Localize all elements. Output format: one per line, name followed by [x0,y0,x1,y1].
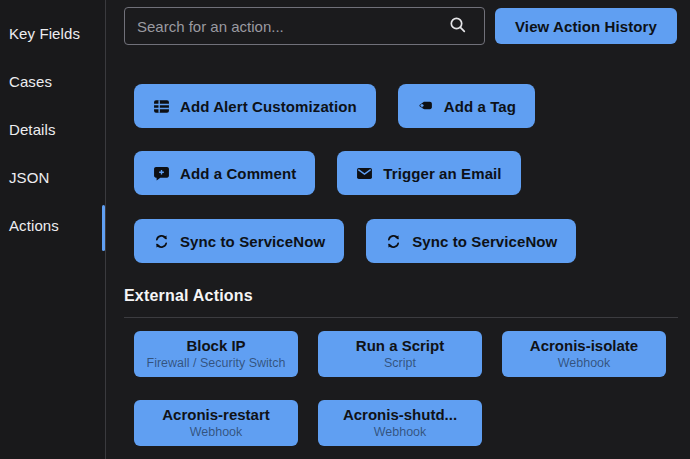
button-label: Sync to ServiceNow [180,233,325,250]
actions-panel: Key Fields Cases Details JSON Actions Vi… [0,0,690,459]
button-label: Add a Tag [444,98,516,115]
sync-icon [153,233,170,250]
card-title: Acronis-restart [162,405,270,425]
comment-plus-icon [153,165,170,182]
search-icon[interactable] [448,15,468,35]
external-action-card-row: Acronis-restart Webhook Acronis-shutd...… [134,400,482,446]
action-button-row: Sync to ServiceNow Sync to ServiceNow [134,219,576,263]
sidebar-item-json[interactable]: JSON [9,166,101,190]
button-label: Add Alert Customization [180,98,357,115]
action-button-row: Add a Comment Trigger an Email [134,151,521,195]
card-subtitle: Webhook [558,356,611,372]
external-action-acronis-isolate[interactable]: Acronis-isolate Webhook [502,331,666,377]
button-label: Sync to ServiceNow [412,233,557,250]
sync-to-servicenow-button[interactable]: Sync to ServiceNow [366,219,576,263]
button-label: Trigger an Email [383,165,501,182]
trigger-an-email-button[interactable]: Trigger an Email [337,151,520,195]
sidebar-item-actions[interactable]: Actions [9,214,101,238]
sidebar-item-cases[interactable]: Cases [9,70,101,94]
active-tab-indicator [102,205,105,251]
sidebar-item-label: Actions [9,217,59,234]
external-action-acronis-restart[interactable]: Acronis-restart Webhook [134,400,298,446]
external-action-block-ip[interactable]: Block IP Firewall / Security Switch [134,331,298,377]
card-subtitle: Webhook [190,425,243,441]
envelope-icon [356,165,373,182]
card-title: Block IP [186,336,245,356]
add-alert-customization-button[interactable]: Add Alert Customization [134,84,376,128]
sidebar: Key Fields Cases Details JSON Actions [0,0,106,459]
card-subtitle: Script [384,356,416,372]
add-a-comment-button[interactable]: Add a Comment [134,151,315,195]
sidebar-item-details[interactable]: Details [9,118,101,142]
external-action-acronis-shutdown[interactable]: Acronis-shutd... Webhook [318,400,482,446]
card-title: Run a Script [356,336,444,356]
card-subtitle: Webhook [374,425,427,441]
sidebar-item-key-fields[interactable]: Key Fields [9,22,101,46]
external-actions-heading: External Actions [124,287,253,305]
table-list-icon [153,98,170,115]
search-input[interactable] [124,7,485,45]
view-action-history-button[interactable]: View Action History [495,8,677,44]
button-label: Add a Comment [180,165,296,182]
action-button-row: Add Alert Customization Add a Tag [134,84,535,128]
card-title: Acronis-shutd... [343,405,457,425]
card-title: Acronis-isolate [530,336,638,356]
section-divider [124,317,678,318]
tag-plus-icon [417,98,434,115]
sync-to-servicenow-button[interactable]: Sync to ServiceNow [134,219,344,263]
external-action-run-a-script[interactable]: Run a Script Script [318,331,482,377]
card-subtitle: Firewall / Security Switch [147,356,286,372]
sync-icon [385,233,402,250]
add-a-tag-button[interactable]: Add a Tag [398,84,535,128]
external-action-card-row: Block IP Firewall / Security Switch Run … [134,331,666,377]
